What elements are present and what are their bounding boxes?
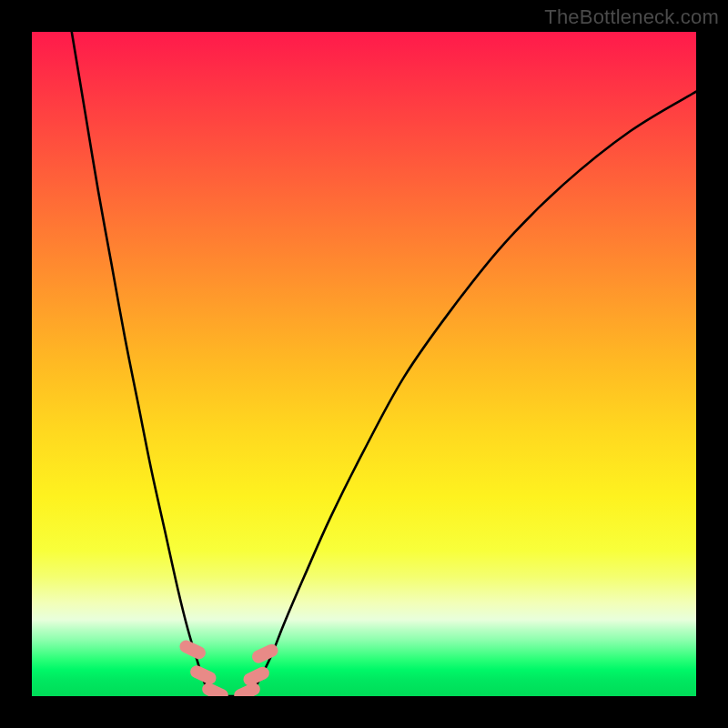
plot-area: [32, 32, 696, 696]
valley-marker: [188, 663, 218, 686]
watermark-text: TheBottleneck.com: [544, 5, 719, 29]
bottleneck-curve: [72, 32, 696, 696]
chart-frame: TheBottleneck.com: [0, 0, 728, 728]
valley-marker: [177, 638, 207, 661]
curve-layer: [32, 32, 696, 696]
